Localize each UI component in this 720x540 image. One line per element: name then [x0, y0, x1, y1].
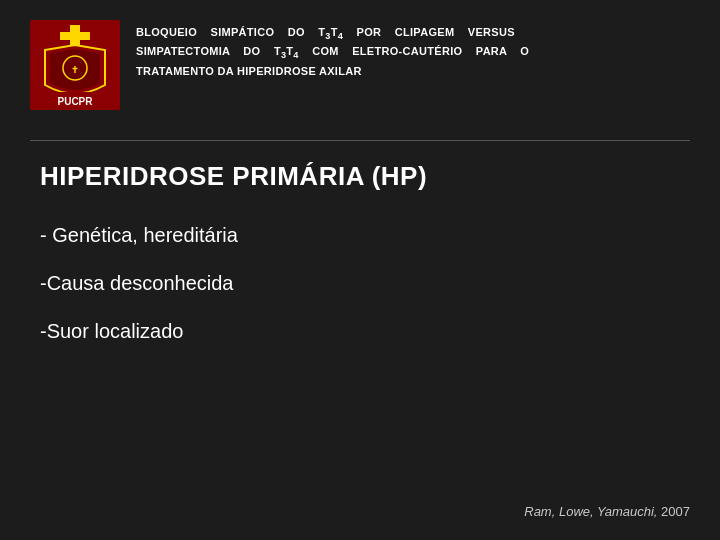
title-row-2: SIMPATECTOMIA DO T3T4 COM ELETRO-CAUTÉRI… — [136, 45, 529, 57]
footer: Ram, Lowe, Yamauchi, 2007 — [524, 502, 690, 520]
title-block: BLOQUEIO SIMPÁTICO DO T3T4 POR CLIPAGEM … — [136, 20, 690, 80]
title-row-3: TRATAMENTO DA HIPERIDROSE AXILAR — [136, 65, 362, 77]
citation: Ram, Lowe, Yamauchi, 2007 — [524, 504, 690, 519]
bullet-item-3: -Suor localizado — [40, 318, 680, 344]
header: ✝ PUCPR BLOQUEIO SIMPÁTICO DO T3T4 POR C… — [30, 20, 690, 110]
slide: ✝ PUCPR BLOQUEIO SIMPÁTICO DO T3T4 POR C… — [0, 0, 720, 540]
svg-text:✝: ✝ — [71, 65, 79, 75]
title-row-1: BLOQUEIO SIMPÁTICO DO T3T4 POR CLIPAGEM … — [136, 26, 515, 38]
section-title: HIPERIDROSE PRIMÁRIA (HP) — [40, 161, 680, 192]
citation-year: 2007 — [661, 504, 690, 519]
bullet-item-1: - Genética, hereditária — [40, 222, 680, 248]
header-divider — [30, 140, 690, 141]
citation-text: Ram, Lowe, Yamauchi, — [524, 504, 657, 519]
svg-text:PUCPR: PUCPR — [57, 96, 93, 107]
bullet-item-2: -Causa desconhecida — [40, 270, 680, 296]
svg-rect-2 — [60, 32, 90, 40]
main-content: HIPERIDROSE PRIMÁRIA (HP) - Genética, he… — [30, 161, 690, 344]
title-text: BLOQUEIO SIMPÁTICO DO T3T4 POR CLIPAGEM … — [136, 24, 690, 80]
logo: ✝ PUCPR — [30, 20, 120, 110]
